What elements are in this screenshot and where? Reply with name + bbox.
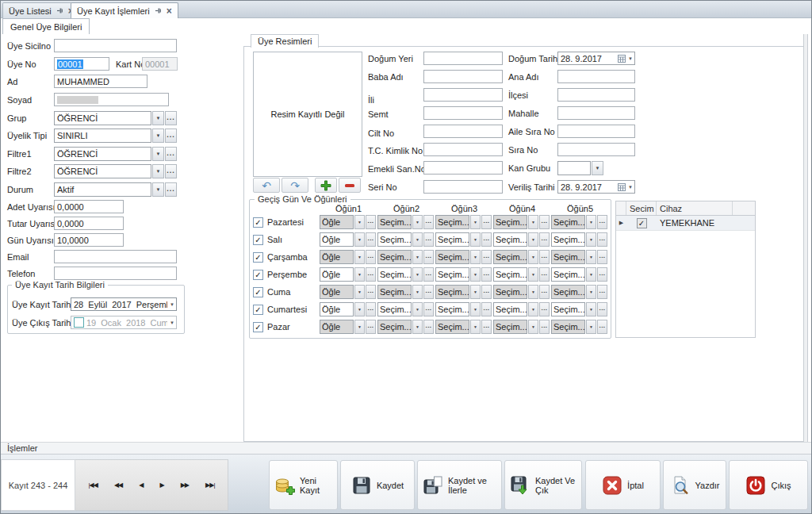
record-nav-button[interactable]: ◀◀ xyxy=(114,481,122,489)
ogun2-value[interactable]: Seçim... xyxy=(377,215,412,229)
ogun4-value[interactable]: Seçim... xyxy=(493,215,527,229)
chevron-down-icon[interactable]: ▼ xyxy=(528,302,538,316)
chevron-down-icon[interactable]: ▼ xyxy=(152,128,164,143)
uye-no-field[interactable]: 00001 xyxy=(54,57,109,71)
yazdir-button[interactable]: Yazdır xyxy=(663,460,726,510)
chevron-down-icon[interactable]: ▼ xyxy=(470,250,481,264)
chevron-down-icon[interactable]: ▼ xyxy=(170,302,174,307)
ellipsis-button[interactable]: ... xyxy=(423,232,434,247)
kaydet-ve-ilerle-button[interactable]: Kaydet ve İlerle xyxy=(417,460,502,510)
emekli-san-no-field[interactable] xyxy=(423,161,503,175)
chevron-down-icon[interactable]: ▼ xyxy=(528,215,538,229)
day-checkbox[interactable]: ✓ xyxy=(253,270,263,280)
ellipsis-button[interactable]: ... xyxy=(539,215,550,229)
verilis-tarihi-picker[interactable]: 28. 9.2017 ▼ xyxy=(557,180,635,194)
ogun4-value[interactable]: Seçim... xyxy=(493,285,527,299)
ogun4-value[interactable]: Seçim... xyxy=(493,250,527,264)
tab-uye-listesi[interactable]: Üye Listesi × xyxy=(2,2,80,18)
chevron-down-icon[interactable]: ▼ xyxy=(470,232,481,247)
ellipsis-button[interactable]: ... xyxy=(165,111,177,125)
semt-field[interactable] xyxy=(423,106,503,120)
secim-column-header[interactable]: Secim xyxy=(626,201,657,215)
ellipsis-button[interactable]: ... xyxy=(597,250,607,264)
uye-sicilno-field[interactable] xyxy=(54,39,177,52)
ellipsis-button[interactable]: ... xyxy=(481,232,492,247)
durum-combobox[interactable]: Aktif ▼ ... xyxy=(54,182,177,197)
photo-undo-button[interactable]: ↶ xyxy=(253,178,280,193)
ogun3-value[interactable]: Seçim... xyxy=(435,285,469,299)
chevron-down-icon[interactable]: ▼ xyxy=(152,147,164,161)
ellipsis-button[interactable]: ... xyxy=(165,182,177,197)
telefon-field[interactable] xyxy=(54,267,177,280)
kan-grubu-combobox[interactable]: ▼ xyxy=(557,161,603,175)
filtre1-value[interactable]: ÖĞRENCİ xyxy=(54,147,151,161)
iptal-button[interactable]: İptal xyxy=(585,460,661,510)
kan-grubu-value[interactable] xyxy=(557,161,591,175)
ogun4-value[interactable]: Seçim... xyxy=(493,320,527,334)
ellipsis-button[interactable]: ... xyxy=(539,320,550,334)
chevron-down-icon[interactable]: ▼ xyxy=(152,182,164,197)
day-checkbox[interactable]: ✓ xyxy=(253,217,263,228)
day-checkbox[interactable]: ✓ xyxy=(253,252,263,263)
ellipsis-button[interactable]: ... xyxy=(481,215,492,229)
ogun1-value[interactable]: Öğle xyxy=(320,285,354,299)
ogun1-value[interactable]: Öğle xyxy=(320,320,354,334)
ogun5-value[interactable]: Seçim... xyxy=(551,302,585,316)
ellipsis-button[interactable]: ... xyxy=(165,128,177,143)
filtre2-combobox[interactable]: ÖĞRENCİ ▼ ... xyxy=(54,164,177,178)
day-checkbox[interactable]: ✓ xyxy=(253,287,263,297)
ellipsis-button[interactable]: ... xyxy=(539,302,550,316)
ilcesi-field[interactable] xyxy=(557,88,635,102)
tc-kimlik-no-field[interactable] xyxy=(423,143,503,156)
dogum-tarihi-picker[interactable]: 28. 9.2017 ▼ xyxy=(557,52,635,65)
record-nav-button[interactable]: ▶▶ xyxy=(181,481,189,489)
photo-add-button[interactable] xyxy=(315,178,337,193)
ellipsis-button[interactable]: ... xyxy=(597,302,607,316)
panel-splitter[interactable] xyxy=(803,34,808,442)
close-icon[interactable]: × xyxy=(167,7,172,15)
chevron-down-icon[interactable]: ▼ xyxy=(586,232,596,247)
chevron-down-icon[interactable]: ▼ xyxy=(170,320,174,325)
ogun5-value[interactable]: Seçim... xyxy=(551,285,585,299)
chevron-down-icon[interactable]: ▼ xyxy=(412,215,423,229)
ogun1-value[interactable]: Öğle xyxy=(320,267,354,282)
tutar-uyarisi-field[interactable]: 0,0000 xyxy=(54,217,124,230)
photo-redo-button[interactable]: ↷ xyxy=(282,178,308,193)
ogun1-value[interactable]: Öğle xyxy=(320,250,354,264)
day-checkbox[interactable]: ✓ xyxy=(253,305,263,315)
device-checkbox[interactable]: ✓ xyxy=(637,218,647,228)
day-checkbox[interactable]: ✓ xyxy=(253,235,263,245)
durum-value[interactable]: Aktif xyxy=(54,182,151,197)
aile-sira-no-field[interactable] xyxy=(557,125,635,138)
email-field[interactable] xyxy=(54,250,177,263)
chevron-down-icon[interactable]: ▼ xyxy=(354,232,365,247)
photo-remove-button[interactable] xyxy=(339,178,361,193)
ellipsis-button[interactable]: ... xyxy=(165,164,177,178)
ellipsis-button[interactable]: ... xyxy=(481,320,492,334)
ogun2-value[interactable]: Seçim... xyxy=(377,302,412,316)
ogun2-value[interactable]: Seçim... xyxy=(377,320,412,334)
chevron-down-icon[interactable]: ▼ xyxy=(528,232,538,247)
ogun3-value[interactable]: Seçim... xyxy=(435,232,469,247)
record-nav-button[interactable]: ▶▶| xyxy=(205,481,214,489)
ellipsis-button[interactable]: ... xyxy=(597,267,607,282)
ellipsis-button[interactable]: ... xyxy=(366,320,376,334)
grup-value[interactable]: ÖĞRENCİ xyxy=(54,111,151,125)
ili-field[interactable] xyxy=(423,88,503,102)
chevron-down-icon[interactable]: ▼ xyxy=(592,161,603,175)
record-nav-button[interactable]: ◀ xyxy=(139,481,143,489)
ellipsis-button[interactable]: ... xyxy=(423,215,434,229)
chevron-down-icon[interactable]: ▼ xyxy=(586,267,596,282)
ogun5-value[interactable]: Seçim... xyxy=(551,215,585,229)
ellipsis-button[interactable]: ... xyxy=(597,285,607,299)
ogun2-value[interactable]: Seçim... xyxy=(377,285,412,299)
chevron-down-icon[interactable]: ▼ xyxy=(586,215,596,229)
day-checkbox[interactable]: ✓ xyxy=(253,322,263,332)
ogun3-value[interactable]: Seçim... xyxy=(435,302,469,316)
ogun5-value[interactable]: Seçim... xyxy=(551,267,585,282)
chevron-down-icon[interactable]: ▼ xyxy=(354,267,365,282)
cihaz-column-header[interactable]: Cihaz xyxy=(657,201,733,215)
chevron-down-icon[interactable]: ▼ xyxy=(152,164,164,178)
chevron-down-icon[interactable]: ▼ xyxy=(354,320,365,334)
ad-field[interactable]: MUHAMMED xyxy=(54,75,147,88)
